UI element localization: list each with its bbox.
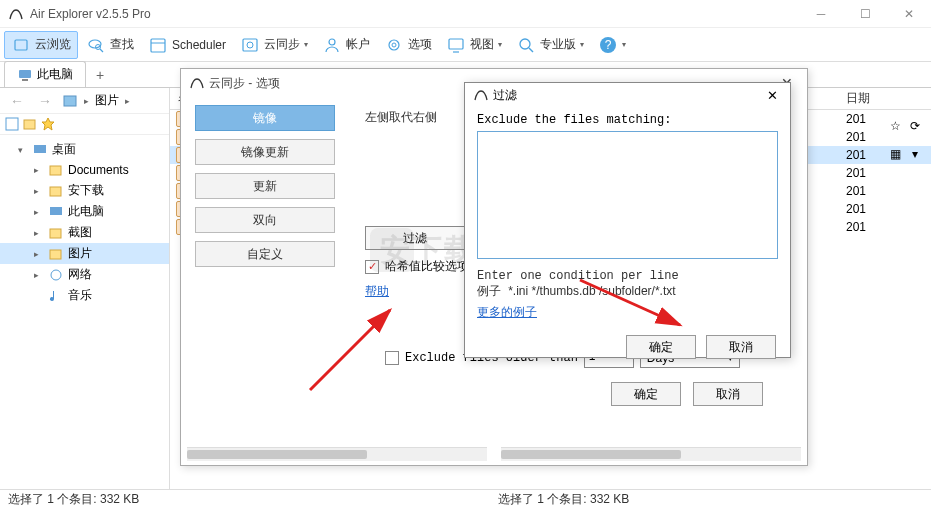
folder-tree-pane: ← → ▸ 图片 ▸ ▾桌面 ▸Documents ▸安下载 ▸此电脑 ▸截图 … (0, 88, 170, 489)
pc-icon (17, 67, 33, 83)
tree-item-downloads[interactable]: ▸安下载 (0, 180, 169, 201)
cloud-search-icon (86, 35, 106, 55)
svg-rect-25 (50, 207, 62, 215)
mode-update-button[interactable]: 更新 (195, 173, 335, 199)
new-folder-icon[interactable] (22, 116, 38, 132)
svg-rect-24 (50, 187, 61, 196)
svg-point-7 (329, 39, 335, 45)
user-icon (322, 35, 342, 55)
exclude-older-checkbox[interactable]: ✓ (385, 351, 399, 365)
svg-point-12 (520, 39, 530, 49)
music-icon (48, 288, 64, 304)
filter-dialog-close[interactable]: ✕ (763, 88, 782, 103)
tree-root-desktop[interactable]: ▾桌面 (0, 139, 169, 160)
desktop-icon (32, 142, 48, 158)
tool-cloud-sync[interactable]: 云同步▾ (234, 32, 314, 58)
tool-scheduler[interactable]: Scheduler (142, 32, 232, 58)
filter-dialog: 过滤 ✕ Exclude the files matching: Enter o… (464, 82, 791, 358)
svg-point-9 (392, 43, 396, 47)
statusbar: 选择了 1 个条目: 332 KB 选择了 1 个条目: 332 KB (0, 489, 931, 509)
tool-options[interactable]: 选项 (378, 32, 438, 58)
filter-label: Exclude the files matching: (477, 113, 778, 127)
filter-dialog-title: 过滤 (493, 87, 517, 104)
tool-search[interactable]: 查找 (80, 32, 140, 58)
folder-icon (48, 162, 64, 178)
main-toolbar: 云浏览 查找 Scheduler 云同步▾ 帐户 选项 视图▾ 专业版▾ ? ▾ (0, 28, 931, 62)
location-icon (62, 93, 78, 109)
app-logo-icon (189, 75, 205, 91)
svg-rect-18 (64, 96, 76, 106)
calendar-icon (148, 35, 168, 55)
view-grid-icon[interactable]: ▦ (887, 146, 903, 162)
tab-this-pc[interactable]: 此电脑 (4, 61, 86, 87)
mode-mirror-update-button[interactable]: 镜像更新 (195, 139, 335, 165)
svg-rect-19 (6, 118, 18, 130)
close-button[interactable]: ✕ (887, 0, 931, 28)
tool-pro[interactable]: 专业版▾ (510, 32, 590, 58)
col-date[interactable]: 日期 (846, 90, 870, 107)
folder-icon (48, 225, 64, 241)
nav-forward[interactable]: → (34, 93, 56, 109)
sync-icon (240, 35, 260, 55)
minimize-button[interactable]: ─ (799, 0, 843, 28)
svg-rect-16 (19, 70, 31, 78)
refresh-icon[interactable]: ⟳ (907, 118, 923, 134)
tool-account[interactable]: 帐户 (316, 32, 376, 58)
sync-cancel-button[interactable]: 取消 (693, 382, 763, 406)
tool-view[interactable]: 视图▾ (440, 32, 508, 58)
favorite-icon[interactable]: ☆ (887, 118, 903, 134)
svg-rect-0 (15, 40, 27, 50)
svg-rect-20 (24, 120, 35, 129)
svg-line-13 (529, 48, 533, 52)
svg-rect-10 (449, 39, 463, 49)
tree-item-network[interactable]: ▸网络 (0, 264, 169, 285)
folder-icon (48, 183, 64, 199)
star-icon[interactable] (40, 116, 56, 132)
svg-rect-17 (22, 79, 28, 81)
maximize-button[interactable]: ☐ (843, 0, 887, 28)
dropdown-icon[interactable]: ▾ (907, 146, 923, 162)
app-title: Air Explorer v2.5.5 Pro (30, 7, 799, 21)
svg-marker-21 (42, 118, 54, 130)
svg-point-28 (51, 270, 61, 280)
tab-add-button[interactable]: + (88, 63, 112, 87)
filter-ok-button[interactable]: 确定 (626, 335, 696, 359)
mode-mirror-button[interactable]: 镜像 (195, 105, 335, 131)
sync-ok-button[interactable]: 确定 (611, 382, 681, 406)
tree-item-music[interactable]: 音乐 (0, 285, 169, 306)
filter-textarea[interactable] (477, 131, 778, 259)
mode-custom-button[interactable]: 自定义 (195, 241, 335, 267)
svg-rect-27 (50, 250, 61, 259)
tree-item-thispc[interactable]: ▸此电脑 (0, 201, 169, 222)
svg-rect-4 (151, 39, 165, 52)
filter-cancel-button[interactable]: 取消 (706, 335, 776, 359)
svg-point-8 (389, 40, 399, 50)
svg-rect-23 (50, 166, 61, 175)
sync-dialog-title: 云同步 - 选项 (209, 75, 280, 92)
tree-item-pictures[interactable]: ▸图片 (0, 243, 169, 264)
tree-item-screenshots[interactable]: ▸截图 (0, 222, 169, 243)
svg-line-3 (100, 49, 103, 52)
tool-help[interactable]: ? ▾ (592, 32, 632, 58)
magnifier-icon (516, 35, 536, 55)
filter-hint: Enter one condition per line (477, 269, 778, 283)
svg-point-1 (89, 40, 101, 48)
mode-twoway-button[interactable]: 双向 (195, 207, 335, 233)
view-list-icon[interactable] (4, 116, 20, 132)
app-logo-icon (473, 87, 489, 103)
pc-icon (48, 204, 64, 220)
tree-item-documents[interactable]: ▸Documents (0, 160, 169, 180)
folder-icon (48, 246, 64, 262)
status-right: 选择了 1 个条目: 332 KB (498, 491, 629, 508)
nav-back[interactable]: ← (6, 93, 28, 109)
watermark-lock-icon (370, 228, 414, 272)
svg-text:?: ? (605, 38, 612, 52)
more-examples-link[interactable]: 更多的例子 (477, 305, 537, 319)
titlebar: Air Explorer v2.5.5 Pro ─ ☐ ✕ (0, 0, 931, 28)
help-link[interactable]: 帮助 (365, 284, 389, 298)
network-icon (48, 267, 64, 283)
svg-rect-26 (50, 229, 61, 238)
status-left: 选择了 1 个条目: 332 KB (8, 491, 139, 508)
tool-cloud-browse[interactable]: 云浏览 (4, 31, 78, 59)
app-logo-icon (8, 6, 24, 22)
